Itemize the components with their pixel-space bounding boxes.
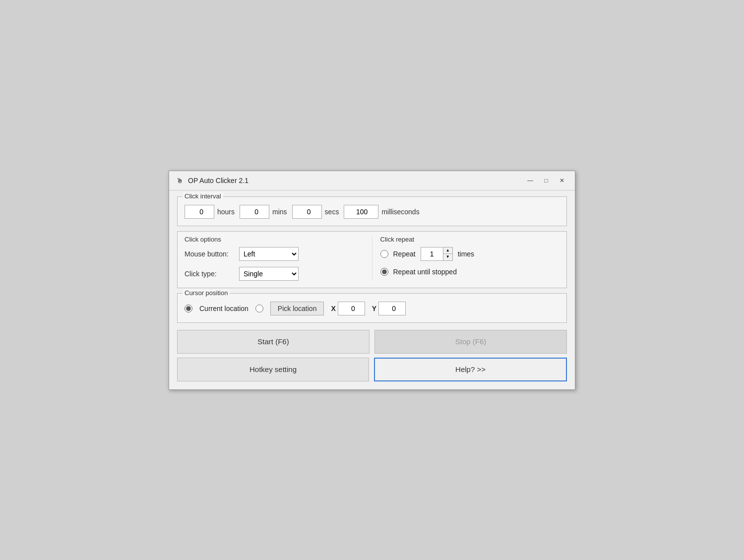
two-col-layout: Click options Mouse button: Left Middle … — [185, 236, 559, 281]
window-body: Click interval hours mins secs milliseco… — [169, 190, 575, 389]
x-label: X — [331, 305, 335, 312]
click-type-select[interactable]: Single Double — [239, 267, 299, 281]
mouse-button-label: Mouse button: — [185, 250, 234, 258]
click-type-label: Click type: — [185, 270, 234, 278]
click-repeat-label: Click repeat — [380, 236, 560, 243]
y-input[interactable] — [378, 302, 406, 315]
titlebar: 🖱 OP Auto Clicker 2.1 — □ ✕ — [169, 171, 575, 190]
cursor-position-group: Cursor position Current location Pick lo… — [177, 293, 567, 323]
buttons-section: Start (F6) Stop (F6) Hotkey setting Help… — [177, 330, 567, 381]
maximize-button[interactable]: □ — [539, 175, 553, 186]
y-label: Y — [372, 305, 376, 312]
hours-input[interactable] — [185, 205, 214, 219]
minimize-button[interactable]: — — [523, 175, 537, 186]
cursor-row: Current location Pick location X Y — [185, 302, 559, 315]
ms-input[interactable] — [344, 205, 378, 219]
app-icon: 🖱 — [175, 176, 184, 185]
x-input[interactable] — [338, 302, 365, 315]
hotkey-button[interactable]: Hotkey setting — [177, 358, 369, 381]
click-repeat-col: Click repeat Repeat ▲ ▼ — [372, 236, 560, 281]
interval-row: hours mins secs milliseconds — [185, 205, 559, 219]
start-button[interactable]: Start (F6) — [177, 330, 370, 354]
hours-group: hours — [185, 205, 235, 219]
pick-location-button[interactable]: Pick location — [270, 302, 324, 315]
start-stop-row: Start (F6) Stop (F6) — [177, 330, 567, 354]
repeat-until-stopped-label: Repeat until stopped — [393, 268, 457, 276]
help-button[interactable]: Help? >> — [374, 358, 567, 381]
pick-location-radio[interactable] — [255, 305, 263, 312]
hotkey-help-row: Hotkey setting Help? >> — [177, 358, 567, 381]
mins-group: mins — [240, 205, 287, 219]
cursor-position-label: Cursor position — [183, 289, 230, 297]
click-type-row: Click type: Single Double — [185, 267, 364, 281]
repeat-times-input[interactable] — [421, 248, 443, 260]
repeat-label: Repeat — [393, 250, 416, 258]
y-coord-group: Y — [372, 302, 406, 315]
secs-group: secs — [292, 205, 339, 219]
titlebar-controls: — □ ✕ — [523, 175, 569, 186]
secs-input[interactable] — [292, 205, 322, 219]
spinner-down[interactable]: ▼ — [443, 254, 452, 260]
mins-input[interactable] — [240, 205, 269, 219]
click-options-col: Click options Mouse button: Left Middle … — [185, 236, 372, 281]
click-options-label: Click options — [185, 236, 364, 243]
main-window: 🖱 OP Auto Clicker 2.1 — □ ✕ Click interv… — [169, 171, 575, 390]
mins-unit: mins — [272, 208, 287, 216]
repeat-until-stopped-row: Repeat until stopped — [380, 268, 560, 276]
x-coord-group: X — [331, 302, 365, 315]
click-interval-label: Click interval — [183, 192, 223, 200]
repeat-row: Repeat ▲ ▼ times — [380, 247, 560, 261]
repeat-radio[interactable] — [380, 250, 388, 258]
close-button[interactable]: ✕ — [555, 175, 569, 186]
current-location-label: Current location — [199, 305, 248, 312]
options-repeat-group: Click options Mouse button: Left Middle … — [177, 231, 567, 288]
spinner-up[interactable]: ▲ — [443, 248, 452, 254]
mouse-button-row: Mouse button: Left Middle Right — [185, 247, 364, 261]
times-label: times — [458, 250, 474, 258]
repeat-inner: Repeat ▲ ▼ times — [380, 247, 560, 276]
repeat-until-stopped-radio[interactable] — [380, 268, 388, 276]
spinner-arrows: ▲ ▼ — [443, 248, 452, 260]
hours-unit: hours — [217, 208, 235, 216]
repeat-spinner: ▲ ▼ — [421, 247, 453, 261]
click-interval-group: Click interval hours mins secs milliseco… — [177, 196, 567, 226]
current-location-radio[interactable] — [185, 305, 192, 312]
options-inner: Mouse button: Left Middle Right Click ty… — [185, 247, 364, 281]
mouse-button-select[interactable]: Left Middle Right — [239, 247, 299, 261]
stop-button[interactable]: Stop (F6) — [374, 330, 567, 354]
ms-unit: milliseconds — [381, 208, 419, 216]
ms-group: milliseconds — [344, 205, 419, 219]
secs-unit: secs — [325, 208, 339, 216]
window-title: OP Auto Clicker 2.1 — [188, 177, 519, 185]
